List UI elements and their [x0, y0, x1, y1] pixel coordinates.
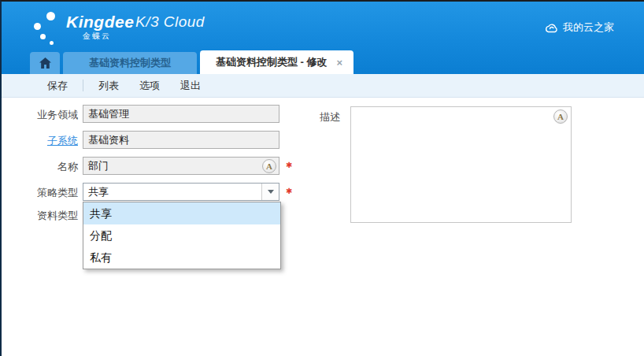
kingdee-logo-dot: [50, 41, 54, 45]
strategy-type-dropdown-list: 共享 分配 私有: [83, 202, 281, 269]
subsystem-field: 基础资料: [83, 131, 279, 149]
toolbar-divider: [83, 80, 83, 91]
business-area-field: 基础管理: [83, 105, 279, 123]
cloud-icon: [545, 23, 558, 33]
business-area-label: 业务领域: [17, 108, 78, 122]
kingdee-logo-dot: [40, 34, 46, 39]
name-field[interactable]: 部门 A: [83, 157, 279, 175]
subsystem-link[interactable]: 子系统: [17, 134, 78, 148]
kingdee-logo-dot: [46, 12, 55, 20]
dropdown-option-shared[interactable]: 共享: [83, 202, 280, 224]
strategy-type-label: 策略类型: [17, 186, 78, 200]
name-label: 名称: [17, 160, 78, 174]
app-window: Kingdee 金蝶云 K/3 Cloud 我的云之家 基础资料控制类型: [0, 0, 644, 356]
dropdown-option-assigned[interactable]: 分配: [83, 224, 280, 247]
tab-bar: 基础资料控制类型 基础资料控制类型 - 修改 ×: [30, 50, 353, 74]
combobox-dropdown-button[interactable]: [261, 184, 279, 200]
kingdee-logo-dot: [34, 23, 41, 30]
tab-basic-data-control-type[interactable]: 基础资料控制类型: [63, 52, 197, 74]
exit-button[interactable]: 退出: [170, 79, 211, 93]
cloud-link-label: 我的云之家: [563, 20, 614, 35]
tab-home[interactable]: [30, 52, 60, 74]
header: Kingdee 金蝶云 K/3 Cloud 我的云之家 基础资料控制类型: [2, 2, 644, 74]
strategy-type-combobox[interactable]: 共享: [83, 183, 279, 201]
close-icon[interactable]: ×: [337, 57, 343, 69]
my-cloud-home-link[interactable]: 我的云之家: [545, 20, 614, 35]
dropdown-option-private[interactable]: 私有: [83, 247, 280, 269]
kingdee-logo-text: Kingdee: [66, 13, 134, 32]
name-field-value: 部门: [88, 160, 109, 172]
description-textarea[interactable]: A: [350, 106, 572, 223]
tab-basic-data-control-type-edit[interactable]: 基础资料控制类型 - 修改 ×: [200, 50, 353, 74]
required-icon: ✱: [286, 161, 292, 169]
options-button[interactable]: 选项: [129, 79, 170, 93]
product-name: K/3 Cloud: [135, 13, 205, 31]
data-type-label: 资料类型: [17, 209, 78, 223]
multilanguage-icon[interactable]: A: [553, 109, 568, 124]
tab-label: 基础资料控制类型: [89, 56, 171, 70]
description-label: 描述: [279, 110, 340, 124]
home-icon: [39, 57, 51, 69]
multilanguage-icon[interactable]: A: [262, 159, 276, 173]
tab-label: 基础资料控制类型 - 修改: [216, 55, 328, 69]
strategy-type-value: 共享: [83, 184, 261, 200]
toolbar: 保存 列表 选项 退出: [2, 74, 644, 98]
chevron-down-icon: [268, 190, 274, 194]
required-icon: ✱: [286, 187, 292, 195]
edit-form: 业务领域 基础管理 子系统 基础资料 名称 部门 A ✱ 策略类型 共享 ✱ 资…: [2, 98, 644, 356]
kingdee-logo-subtext: 金蝶云: [83, 31, 111, 42]
save-button[interactable]: 保存: [37, 79, 78, 93]
list-button[interactable]: 列表: [88, 79, 129, 93]
